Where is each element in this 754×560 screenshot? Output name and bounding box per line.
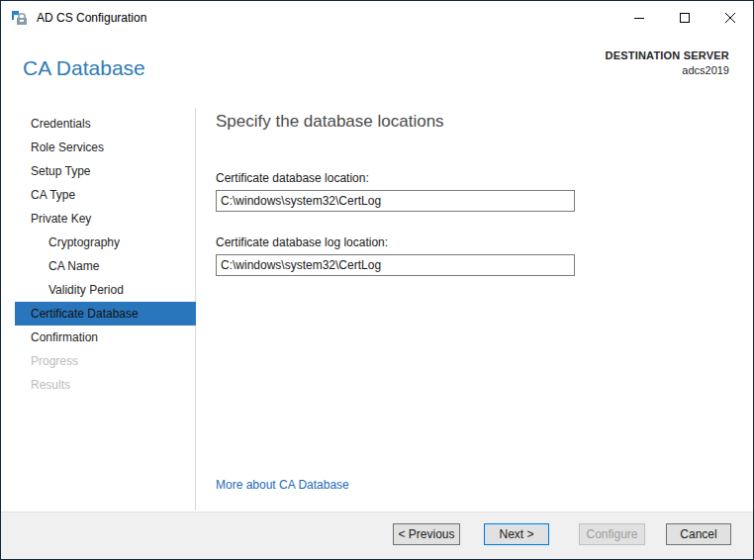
footer-button-bar: < Previous Next > Configure Cancel xyxy=(1,512,753,559)
adcs-configuration-window: AD CS Configuration CA Database DESTINAT… xyxy=(0,0,754,560)
sidebar-item-private-key[interactable]: Private Key xyxy=(1,207,195,231)
sidebar-item-validity-period[interactable]: Validity Period xyxy=(1,278,195,302)
certificate-database-log-location-label: Certificate database log location: xyxy=(216,235,729,249)
more-about-ca-database-link[interactable]: More about CA Database xyxy=(216,478,349,492)
maximize-button[interactable] xyxy=(662,1,707,35)
sidebar-item-ca-name[interactable]: CA Name xyxy=(1,254,195,278)
sidebar-item-confirmation[interactable]: Confirmation xyxy=(1,326,195,349)
sidebar-item-cryptography[interactable]: Cryptography xyxy=(1,231,195,254)
destination-server-block: DESTINATION SERVER adcs2019 xyxy=(606,49,729,76)
page-title: CA Database xyxy=(23,56,145,80)
sidebar-item-results: Results xyxy=(1,373,195,397)
window-title: AD CS Configuration xyxy=(37,11,146,25)
wizard-steps-sidebar: Credentials Role Services Setup Type CA … xyxy=(1,108,196,511)
maximize-icon xyxy=(679,12,691,24)
sidebar-item-ca-type[interactable]: CA Type xyxy=(1,183,195,207)
title-bar: AD CS Configuration xyxy=(1,1,753,35)
minimize-button[interactable] xyxy=(616,1,662,35)
certificate-database-location-label: Certificate database location: xyxy=(216,171,729,185)
destination-server-name: adcs2019 xyxy=(606,64,729,76)
sidebar-item-credentials[interactable]: Credentials xyxy=(1,112,195,136)
close-icon xyxy=(724,12,736,24)
certificate-database-log-location-input[interactable] xyxy=(216,254,575,276)
sidebar-item-setup-type[interactable]: Setup Type xyxy=(1,159,195,183)
toolbox-app-icon xyxy=(11,10,29,26)
certificate-database-location-input[interactable] xyxy=(216,190,575,212)
sidebar-item-progress: Progress xyxy=(1,349,195,373)
cancel-button[interactable]: Cancel xyxy=(666,523,731,545)
sidebar-item-certificate-database[interactable]: Certificate Database xyxy=(15,302,196,326)
sidebar-item-role-services[interactable]: Role Services xyxy=(1,136,195,159)
main-content: Specify the database locations Certifica… xyxy=(216,108,729,276)
window-controls xyxy=(616,1,753,35)
destination-server-label: DESTINATION SERVER xyxy=(606,49,729,61)
configure-button: Configure xyxy=(579,523,645,545)
minimize-icon xyxy=(633,12,645,24)
next-button[interactable]: Next > xyxy=(484,523,549,545)
previous-button[interactable]: < Previous xyxy=(393,523,460,545)
content-heading: Specify the database locations xyxy=(216,112,729,132)
close-button[interactable] xyxy=(707,1,753,35)
